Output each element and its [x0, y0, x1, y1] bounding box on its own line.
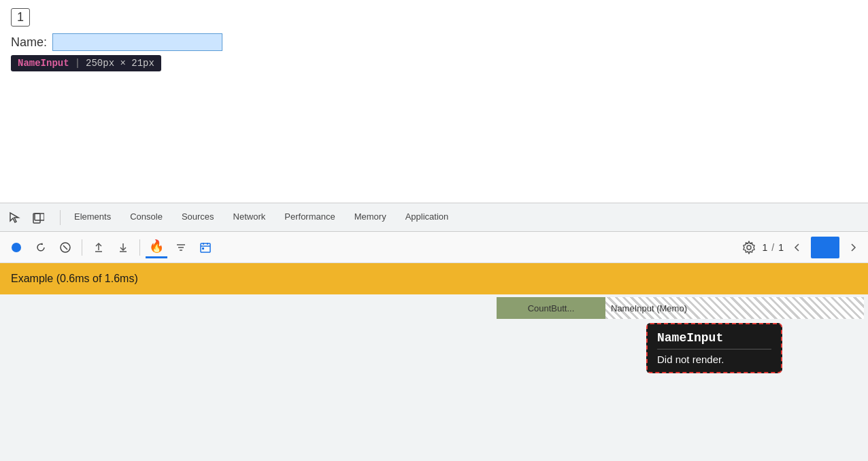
tab-application[interactable]: Application	[396, 203, 458, 232]
page-thumbnail	[811, 237, 839, 258]
name-input[interactable]	[52, 33, 222, 51]
page-area: 1 Name: NameInput | 250px × 21px	[0, 0, 868, 203]
flamechart-area: Example (0.6ms of 1.6ms) CountButt... Na…	[0, 263, 868, 461]
calendar-button[interactable]	[195, 237, 216, 258]
reload-button[interactable]	[30, 237, 52, 258]
page-forward-button[interactable]	[844, 238, 863, 257]
number-badge: 1	[11, 8, 30, 27]
tab-divider	[60, 210, 61, 225]
svg-point-2	[12, 243, 21, 252]
page-total: 1	[778, 242, 784, 253]
tooltip-separator: |	[75, 58, 80, 69]
device-toolbar-icon[interactable]	[29, 208, 48, 227]
name-row: Name:	[11, 33, 857, 51]
toolbar-divider	[82, 239, 82, 256]
tab-performance[interactable]: Performance	[275, 203, 344, 232]
gear-button[interactable]	[738, 237, 760, 258]
nameinput-bar[interactable]: NameInput (Memo)	[605, 297, 864, 319]
fire-button[interactable]: 🔥	[146, 237, 167, 258]
name-label: Name:	[11, 35, 47, 50]
element-picker-icon[interactable]	[5, 208, 24, 227]
tab-network[interactable]: Network	[224, 203, 276, 232]
toolbar-divider2	[139, 239, 140, 256]
page-back-button[interactable]	[788, 238, 807, 257]
tab-sources[interactable]: Sources	[172, 203, 224, 232]
example-bar[interactable]: Example (0.6ms of 1.6ms)	[0, 263, 868, 294]
upload-button[interactable]	[88, 237, 110, 258]
element-tooltip-badge: NameInput | 250px × 21px	[11, 55, 161, 71]
filter-button[interactable]	[170, 237, 192, 258]
tab-memory[interactable]: Memory	[345, 203, 396, 232]
tooltip-body: Did not render.	[657, 354, 771, 365]
tooltip-dimensions: 250px × 21px	[86, 58, 154, 69]
page-nav: 1 / 1	[763, 237, 863, 258]
tab-console[interactable]: Console	[120, 203, 172, 232]
tooltip-component-name: NameInput	[18, 58, 69, 69]
tooltip-title: NameInput	[657, 331, 771, 349]
page-current: 1	[763, 242, 768, 253]
actions-toolbar: 🔥	[0, 232, 868, 263]
tab-elements[interactable]: Elements	[65, 203, 120, 232]
download-button[interactable]	[112, 237, 134, 258]
svg-rect-1	[35, 214, 44, 220]
devtools-tabs: Elements Console Sources Network Perform…	[0, 203, 868, 232]
svg-line-4	[63, 245, 67, 250]
svg-rect-14	[202, 247, 204, 250]
devtools-toolbar-icons	[5, 208, 48, 227]
devtools-panel: Elements Console Sources Network Perform…	[0, 203, 868, 461]
nameinput-tooltip: NameInput Did not render.	[646, 323, 782, 373]
page-separator: /	[771, 242, 774, 253]
clear-button[interactable]	[54, 237, 76, 258]
svg-point-15	[747, 245, 751, 250]
component-bars: CountButt... NameInput (Memo)	[0, 294, 868, 322]
record-button[interactable]	[5, 237, 27, 258]
count-butt-bar[interactable]: CountButt...	[497, 297, 605, 319]
